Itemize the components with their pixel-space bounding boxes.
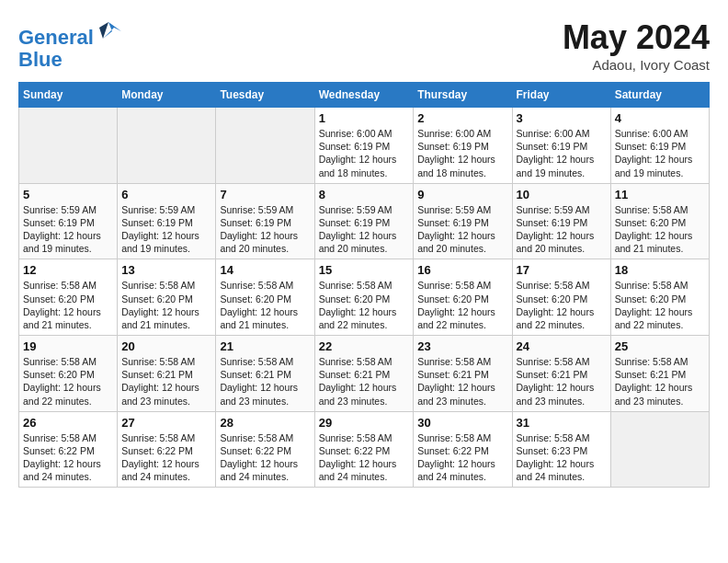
day-info: Sunrise: 5:59 AMSunset: 6:19 PMDaylight:… <box>23 203 113 256</box>
day-info: Sunrise: 5:58 AMSunset: 6:22 PMDaylight:… <box>23 431 113 484</box>
calendar-week-row: 19Sunrise: 5:58 AMSunset: 6:20 PMDayligh… <box>19 336 710 412</box>
day-number: 20 <box>121 339 211 353</box>
day-info: Sunrise: 5:58 AMSunset: 6:20 PMDaylight:… <box>615 203 705 256</box>
logo-bird-icon <box>96 18 121 44</box>
calendar-day-cell: 22Sunrise: 5:58 AMSunset: 6:21 PMDayligh… <box>314 336 414 412</box>
calendar-week-row: 26Sunrise: 5:58 AMSunset: 6:22 PMDayligh… <box>19 411 710 488</box>
day-info: Sunrise: 5:58 AMSunset: 6:21 PMDaylight:… <box>121 355 211 408</box>
day-number: 18 <box>615 263 705 277</box>
logo: GeneralBlue <box>18 18 121 71</box>
calendar-day-cell: 5Sunrise: 5:59 AMSunset: 6:19 PMDaylight… <box>19 183 118 259</box>
calendar-day-cell: 23Sunrise: 5:58 AMSunset: 6:21 PMDayligh… <box>414 336 512 412</box>
calendar-day-cell: 24Sunrise: 5:58 AMSunset: 6:21 PMDayligh… <box>512 336 610 412</box>
calendar-day-cell: 3Sunrise: 6:00 AMSunset: 6:19 PMDaylight… <box>512 108 610 184</box>
calendar-day-cell: 26Sunrise: 5:58 AMSunset: 6:22 PMDayligh… <box>19 411 118 488</box>
day-info: Sunrise: 5:58 AMSunset: 6:20 PMDaylight:… <box>23 355 113 408</box>
day-info: Sunrise: 5:58 AMSunset: 6:22 PMDaylight:… <box>319 431 410 484</box>
day-info: Sunrise: 5:59 AMSunset: 6:19 PMDaylight:… <box>517 203 607 256</box>
day-number: 21 <box>220 339 310 353</box>
day-number: 9 <box>417 188 507 201</box>
day-info: Sunrise: 5:58 AMSunset: 6:20 PMDaylight:… <box>23 279 113 331</box>
day-info: Sunrise: 6:00 AMSunset: 6:19 PMDaylight:… <box>517 127 607 179</box>
day-number: 2 <box>417 111 507 125</box>
day-number: 14 <box>220 263 310 277</box>
day-info: Sunrise: 6:00 AMSunset: 6:19 PMDaylight:… <box>615 127 705 179</box>
weekday-header: Monday <box>118 83 216 108</box>
calendar-day-cell: 2Sunrise: 6:00 AMSunset: 6:19 PMDaylight… <box>414 108 512 184</box>
calendar-day-cell: 7Sunrise: 5:59 AMSunset: 6:19 PMDaylight… <box>216 183 314 259</box>
day-number: 7 <box>220 188 310 201</box>
weekday-header: Wednesday <box>314 83 414 108</box>
day-info: Sunrise: 5:59 AMSunset: 6:19 PMDaylight:… <box>121 203 211 256</box>
day-number: 17 <box>517 263 607 277</box>
day-number: 16 <box>417 263 507 277</box>
calendar-day-cell: 27Sunrise: 5:58 AMSunset: 6:22 PMDayligh… <box>118 411 216 488</box>
calendar-day-cell: 8Sunrise: 5:59 AMSunset: 6:19 PMDaylight… <box>314 183 414 259</box>
day-number: 5 <box>23 188 113 201</box>
day-info: Sunrise: 5:59 AMSunset: 6:19 PMDaylight:… <box>319 203 410 256</box>
day-number: 4 <box>615 111 705 125</box>
calendar-table: SundayMondayTuesdayWednesdayThursdayFrid… <box>18 82 710 488</box>
day-info: Sunrise: 5:58 AMSunset: 6:20 PMDaylight:… <box>220 279 310 331</box>
weekday-header: Thursday <box>414 83 512 108</box>
day-number: 25 <box>615 339 705 353</box>
calendar-day-cell: 31Sunrise: 5:58 AMSunset: 6:23 PMDayligh… <box>512 411 610 488</box>
day-number: 13 <box>121 263 211 277</box>
day-info: Sunrise: 5:58 AMSunset: 6:22 PMDaylight:… <box>417 431 507 484</box>
calendar-day-cell: 14Sunrise: 5:58 AMSunset: 6:20 PMDayligh… <box>216 259 314 336</box>
day-info: Sunrise: 5:59 AMSunset: 6:19 PMDaylight:… <box>417 203 507 256</box>
day-number: 12 <box>23 263 113 277</box>
day-number: 22 <box>319 339 410 353</box>
calendar-day-cell: 21Sunrise: 5:58 AMSunset: 6:21 PMDayligh… <box>216 336 314 412</box>
svg-marker-1 <box>99 22 108 39</box>
calendar-day-cell: 4Sunrise: 6:00 AMSunset: 6:19 PMDaylight… <box>610 108 709 184</box>
calendar-day-cell: 12Sunrise: 5:58 AMSunset: 6:20 PMDayligh… <box>19 259 118 336</box>
day-number: 19 <box>23 339 113 353</box>
day-info: Sunrise: 5:58 AMSunset: 6:21 PMDaylight:… <box>417 355 507 408</box>
day-info: Sunrise: 5:58 AMSunset: 6:21 PMDaylight:… <box>517 355 607 408</box>
day-info: Sunrise: 5:58 AMSunset: 6:20 PMDaylight:… <box>319 279 410 331</box>
day-info: Sunrise: 5:58 AMSunset: 6:21 PMDaylight:… <box>319 355 410 408</box>
day-info: Sunrise: 5:58 AMSunset: 6:22 PMDaylight:… <box>220 431 310 484</box>
weekday-header: Sunday <box>19 83 118 108</box>
day-info: Sunrise: 5:58 AMSunset: 6:20 PMDaylight:… <box>121 279 211 331</box>
calendar-location: Adaou, Ivory Coast <box>563 57 710 73</box>
day-number: 11 <box>615 188 705 201</box>
day-info: Sunrise: 5:58 AMSunset: 6:20 PMDaylight:… <box>417 279 507 331</box>
day-info: Sunrise: 6:00 AMSunset: 6:19 PMDaylight:… <box>417 127 507 179</box>
calendar-day-cell <box>118 108 216 184</box>
calendar-day-cell: 6Sunrise: 5:59 AMSunset: 6:19 PMDaylight… <box>118 183 216 259</box>
day-info: Sunrise: 5:58 AMSunset: 6:22 PMDaylight:… <box>121 431 211 484</box>
calendar-day-cell: 13Sunrise: 5:58 AMSunset: 6:20 PMDayligh… <box>118 259 216 336</box>
calendar-day-cell: 17Sunrise: 5:58 AMSunset: 6:20 PMDayligh… <box>512 259 610 336</box>
weekday-header: Friday <box>512 83 610 108</box>
calendar-day-cell: 10Sunrise: 5:59 AMSunset: 6:19 PMDayligh… <box>512 183 610 259</box>
day-info: Sunrise: 5:59 AMSunset: 6:19 PMDaylight:… <box>220 203 310 256</box>
calendar-title: May 2024 <box>563 18 710 57</box>
calendar-week-row: 5Sunrise: 5:59 AMSunset: 6:19 PMDaylight… <box>19 183 710 259</box>
calendar-week-row: 1Sunrise: 6:00 AMSunset: 6:19 PMDaylight… <box>19 108 710 184</box>
calendar-day-cell: 18Sunrise: 5:58 AMSunset: 6:20 PMDayligh… <box>610 259 709 336</box>
day-info: Sunrise: 5:58 AMSunset: 6:20 PMDaylight:… <box>517 279 607 331</box>
day-number: 31 <box>517 416 607 430</box>
calendar-day-cell: 28Sunrise: 5:58 AMSunset: 6:22 PMDayligh… <box>216 411 314 488</box>
calendar-day-cell: 20Sunrise: 5:58 AMSunset: 6:21 PMDayligh… <box>118 336 216 412</box>
day-info: Sunrise: 5:58 AMSunset: 6:20 PMDaylight:… <box>615 279 705 331</box>
calendar-day-cell: 15Sunrise: 5:58 AMSunset: 6:20 PMDayligh… <box>314 259 414 336</box>
day-number: 30 <box>417 416 507 430</box>
day-number: 8 <box>319 188 410 201</box>
day-number: 3 <box>517 111 607 125</box>
calendar-day-cell: 9Sunrise: 5:59 AMSunset: 6:19 PMDaylight… <box>414 183 512 259</box>
calendar-day-cell: 25Sunrise: 5:58 AMSunset: 6:21 PMDayligh… <box>610 336 709 412</box>
calendar-day-cell <box>216 108 314 184</box>
weekday-header: Saturday <box>610 83 709 108</box>
day-number: 6 <box>121 188 211 201</box>
day-number: 1 <box>319 111 410 125</box>
calendar-week-row: 12Sunrise: 5:58 AMSunset: 6:20 PMDayligh… <box>19 259 710 336</box>
title-block: May 2024 Adaou, Ivory Coast <box>563 18 710 73</box>
day-number: 24 <box>517 339 607 353</box>
calendar-day-cell: 16Sunrise: 5:58 AMSunset: 6:20 PMDayligh… <box>414 259 512 336</box>
day-number: 23 <box>417 339 507 353</box>
calendar-day-cell <box>19 108 118 184</box>
day-info: Sunrise: 5:58 AMSunset: 6:21 PMDaylight:… <box>615 355 705 408</box>
